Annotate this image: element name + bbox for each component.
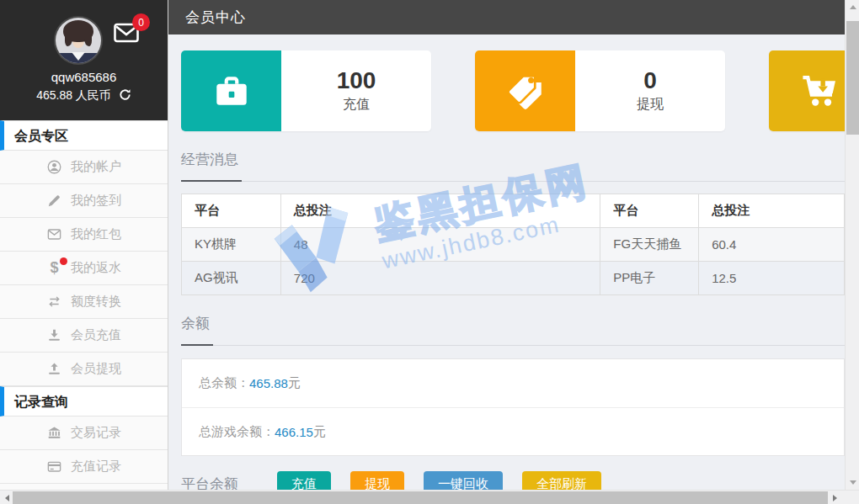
total-balance-row: 总余额：465.88元 bbox=[182, 359, 844, 407]
content: 100 充值 0 提现 bbox=[168, 34, 845, 490]
sidebar-nav: 会员专区 我的帐户 我的签到 我的红包 bbox=[0, 120, 168, 484]
briefcase-icon bbox=[181, 50, 281, 131]
sidebar-item-label: 额度转换 bbox=[71, 294, 121, 310]
nav-section-member: 会员专区 bbox=[0, 120, 168, 151]
sidebar-item-label: 我的帐户 bbox=[71, 159, 121, 175]
member-center-screen: 0 qqw685686 465.88 人民币 会员专区 我的帐户 bbox=[0, 0, 859, 504]
recharge-button[interactable]: 充值 bbox=[277, 471, 331, 490]
sidebar-item-label: 交易记录 bbox=[71, 425, 121, 441]
avatar-hair-left bbox=[65, 33, 72, 46]
notification-dot bbox=[60, 257, 67, 265]
sidebar-item-deposit-records[interactable]: 充值记录 bbox=[0, 450, 168, 484]
balance-label: 总游戏余额： bbox=[199, 424, 275, 440]
mail-badge: 0 bbox=[132, 13, 150, 31]
col-platform: 平台 bbox=[182, 194, 281, 228]
sidebar-item-my-rebate[interactable]: $ 我的返水 bbox=[0, 252, 168, 285]
refresh-icon[interactable] bbox=[119, 88, 131, 103]
balance-value: 465.88 bbox=[249, 376, 288, 390]
section-platform-balance-header: 平台余额 充值 提现 一键回收 全部刷新 bbox=[181, 475, 845, 490]
pencil-icon bbox=[46, 193, 62, 209]
dollar-icon: $ bbox=[46, 260, 62, 276]
triangle-right-icon bbox=[833, 495, 837, 501]
section-title: 经营消息 bbox=[181, 150, 242, 182]
sidebar-item-label: 充值记录 bbox=[71, 459, 121, 475]
mail-button[interactable]: 0 bbox=[114, 23, 139, 46]
withdraw-icon bbox=[46, 361, 62, 377]
balance-text: 465.88 人民币 bbox=[36, 88, 111, 103]
mail-envelope-icon bbox=[114, 31, 139, 45]
sidebar-item-member-deposit[interactable]: 会员充值 bbox=[0, 319, 168, 353]
sidebar-item-label: 我的红包 bbox=[71, 226, 121, 242]
balance-unit: 元 bbox=[313, 424, 326, 440]
cell-platform: PP电子 bbox=[600, 262, 699, 295]
triangle-left-icon bbox=[5, 495, 9, 501]
nav-section-records: 记录查询 bbox=[0, 386, 168, 416]
username: qqw685686 bbox=[0, 70, 168, 84]
triangle-down-icon bbox=[850, 480, 856, 485]
card-icon bbox=[46, 459, 62, 475]
deposit-icon bbox=[46, 327, 62, 343]
section-business-header: 经营消息 bbox=[181, 150, 845, 182]
sidebar-item-my-account[interactable]: 我的帐户 bbox=[0, 151, 168, 184]
transfer-icon bbox=[46, 294, 62, 310]
balance-panel: 总余额：465.88元 总游戏余额：466.15元 bbox=[181, 358, 845, 456]
table-row: AG视讯 720 PP电子 12.5 bbox=[182, 262, 845, 295]
stat-card-withdraw: 0 提现 bbox=[475, 50, 725, 131]
cell-total-bet: 720 bbox=[280, 262, 600, 295]
cell-total-bet: 48 bbox=[280, 228, 600, 262]
cell-platform: KY棋牌 bbox=[182, 228, 281, 262]
page-title: 会员中心 bbox=[185, 9, 246, 25]
bank-icon bbox=[46, 425, 62, 441]
balance-unit: 元 bbox=[288, 375, 301, 391]
withdraw-button[interactable]: 提现 bbox=[350, 471, 404, 490]
stat-card-cart bbox=[769, 50, 845, 131]
stat-value: 100 bbox=[337, 68, 376, 93]
horizontal-scroll-thumb[interactable] bbox=[13, 491, 828, 504]
total-game-balance-row: 总游戏余额：466.15元 bbox=[182, 407, 844, 455]
envelope-icon bbox=[46, 226, 62, 242]
sidebar-item-member-withdraw[interactable]: 会员提现 bbox=[0, 353, 168, 386]
sidebar-item-quota-transfer[interactable]: 额度转换 bbox=[0, 285, 168, 319]
sidebar-item-label: 我的返水 bbox=[71, 260, 121, 276]
scroll-right-button[interactable] bbox=[828, 491, 842, 504]
stat-cards: 100 充值 0 提现 bbox=[181, 50, 845, 131]
table-row: KY棋牌 48 FG天天捕鱼 60.4 bbox=[182, 228, 845, 262]
stat-card-body: 0 提现 bbox=[575, 50, 725, 131]
cell-total-bet: 12.5 bbox=[699, 262, 845, 295]
scroll-down-button[interactable] bbox=[846, 475, 859, 490]
sidebar-item-label: 会员充值 bbox=[71, 327, 121, 343]
sidebar-item-my-redpacket[interactable]: 我的红包 bbox=[0, 218, 168, 252]
vertical-scroll-thumb[interactable] bbox=[846, 21, 859, 135]
section-title: 平台余额 bbox=[181, 475, 242, 490]
tags-icon bbox=[475, 50, 575, 131]
col-total-bet: 总投注 bbox=[280, 194, 600, 228]
balance-label: 总余额： bbox=[199, 375, 249, 391]
avatar bbox=[56, 18, 101, 63]
triangle-up-icon bbox=[850, 5, 856, 9]
sidebar: 0 qqw685686 465.88 人民币 会员专区 我的帐户 bbox=[0, 0, 168, 490]
refresh-all-button[interactable]: 全部刷新 bbox=[522, 471, 601, 490]
scroll-up-button[interactable] bbox=[846, 0, 859, 14]
sidebar-item-label: 我的签到 bbox=[71, 193, 121, 209]
user-icon bbox=[46, 159, 62, 175]
page-title-bar: 会员中心 bbox=[168, 0, 845, 34]
stat-card-deposit: 100 充值 bbox=[181, 50, 431, 131]
horizontal-scrollbar[interactable] bbox=[0, 490, 859, 504]
stat-value: 0 bbox=[643, 68, 657, 93]
stat-label: 充值 bbox=[343, 96, 370, 114]
vertical-scrollbar[interactable] bbox=[845, 0, 859, 490]
sidebar-item-transaction-records[interactable]: 交易记录 bbox=[0, 416, 168, 450]
cart-download-icon bbox=[769, 50, 845, 131]
stat-label: 提现 bbox=[637, 96, 664, 114]
section-title: 余额 bbox=[181, 314, 213, 346]
sidebar-item-label: 会员提现 bbox=[71, 361, 121, 377]
one-key-recycle-button[interactable]: 一键回收 bbox=[424, 471, 503, 490]
col-platform: 平台 bbox=[600, 194, 699, 228]
col-total-bet: 总投注 bbox=[699, 194, 845, 228]
business-table: 平台 总投注 平台 总投注 KY棋牌 48 FG天天捕鱼 60.4 AG视讯 7… bbox=[181, 194, 845, 295]
section-balance-header: 余额 bbox=[181, 314, 845, 346]
sidebar-item-my-checkin[interactable]: 我的签到 bbox=[0, 184, 168, 218]
table-header-row: 平台 总投注 平台 总投注 bbox=[182, 194, 845, 228]
profile-panel: 0 qqw685686 465.88 人民币 bbox=[0, 0, 168, 120]
main-area: 会员中心 100 充值 bbox=[168, 0, 845, 490]
